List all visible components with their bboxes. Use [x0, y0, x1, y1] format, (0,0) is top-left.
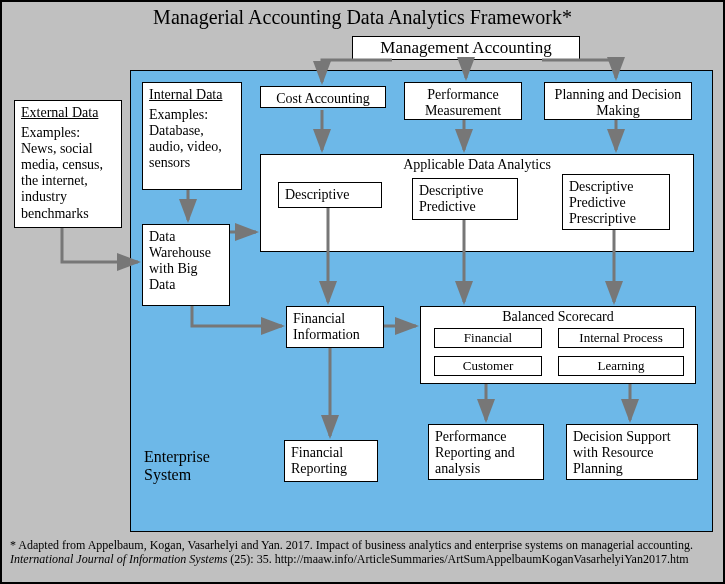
- bsc-learning: Learning: [558, 356, 684, 376]
- bsc-internal-process: Internal Process: [558, 328, 684, 348]
- data-warehouse-box: Data Warehouse with Big Data: [142, 224, 230, 306]
- cost-accounting-box: Cost Accounting: [260, 86, 386, 108]
- enterprise-label-2: System: [144, 466, 191, 484]
- bsc-title: Balanced Scorecard: [421, 309, 695, 325]
- performance-reporting-box: Performance Reporting and analysis: [428, 424, 544, 480]
- enterprise-label-1: Enterprise: [144, 448, 210, 466]
- footnote-pre: * Adapted from Appelbaum, Kogan, Vasarhe…: [10, 538, 693, 552]
- internal-data-header: Internal Data: [149, 87, 235, 103]
- ada-descriptive-predictive-prescriptive-box: Descriptive Predictive Prescriptive: [562, 174, 670, 230]
- bsc-financial: Financial: [434, 328, 542, 348]
- performance-measurement-box: Performance Measurement: [404, 82, 522, 120]
- external-data-header: External Data: [21, 105, 115, 121]
- footnote-post: (25): 35. http://maaw.info/ArticleSummar…: [227, 552, 688, 566]
- diagram-title: Managerial Accounting Data Analytics Fra…: [2, 6, 723, 29]
- financial-reporting-box: Financial Reporting: [284, 440, 378, 482]
- external-data-box: External Data Examples: News, social med…: [14, 100, 122, 228]
- ada-title: Applicable Data Analytics: [261, 157, 693, 173]
- financial-information-box: Financial Information: [286, 306, 384, 348]
- planning-decision-box: Planning and Decision Making: [544, 82, 692, 120]
- ada-descriptive-predictive-box: Descriptive Predictive: [412, 178, 518, 220]
- external-data-body: Examples: News, social media, census, th…: [21, 125, 115, 222]
- footnote: * Adapted from Appelbaum, Kogan, Vasarhe…: [10, 538, 718, 567]
- diagram-canvas: Managerial Accounting Data Analytics Fra…: [0, 0, 725, 584]
- bsc-customer: Customer: [434, 356, 542, 376]
- internal-data-body: Examples: Database, audio, video, sensor…: [149, 107, 235, 171]
- ada-descriptive-box: Descriptive: [278, 182, 382, 208]
- decision-support-box: Decision Support with Resource Planning: [566, 424, 698, 480]
- footnote-italic: International Journal of Information Sys…: [10, 552, 227, 566]
- internal-data-box: Internal Data Examples: Database, audio,…: [142, 82, 242, 190]
- management-accounting-box: Management Accounting: [352, 36, 580, 60]
